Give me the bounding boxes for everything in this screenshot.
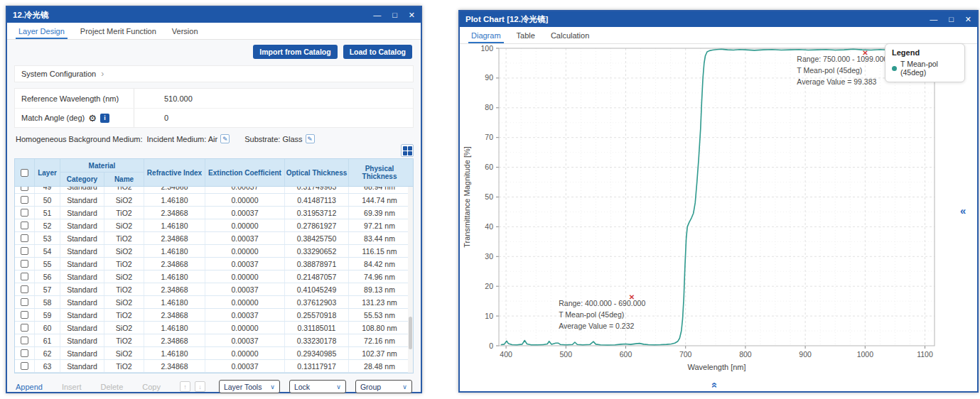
cell-name: SiO2 (104, 194, 144, 207)
edit-substrate-icon[interactable]: ✎ (306, 134, 315, 143)
table-row[interactable]: 61StandardTiO22.348680.000370.3323017872… (15, 334, 413, 347)
layer-table: Layer Material Category Name Refractive … (14, 158, 414, 373)
window-titlebar[interactable]: Plot Chart [12.冷光镜] — □ ✕ (460, 11, 977, 27)
cell-category: Standard (60, 270, 104, 283)
cell-layer: 51 (35, 207, 60, 219)
cell-layer: 59 (35, 309, 60, 322)
table-row[interactable]: 62StandardSiO21.461800.000000.2934098510… (15, 347, 413, 360)
cell-extinction-coefficient: 0.00037 (205, 283, 285, 296)
cell-extinction-coefficient: 0.00037 (205, 207, 285, 219)
move-up-icon[interactable]: ↑ (180, 381, 190, 392)
annotation-text: Range: 750.000 - 1099.000 (797, 55, 888, 63)
collapse-left-icon[interactable]: « (960, 204, 966, 217)
row-checkbox[interactable] (15, 258, 35, 270)
tab-table[interactable]: Table (511, 27, 541, 43)
row-checkbox[interactable] (15, 187, 35, 193)
catalog-button-row: Import from Catalog Load to Catalog (7, 40, 421, 62)
maximize-icon[interactable]: □ (949, 16, 954, 23)
chevron-right-icon: › (101, 69, 104, 79)
row-checkbox[interactable] (15, 219, 35, 232)
table-row[interactable]: 52StandardSiO21.461800.000000.2786192797… (15, 219, 413, 232)
insert-button[interactable]: Insert (62, 383, 82, 391)
row-checkbox[interactable] (15, 347, 35, 360)
edit-incident-medium-icon[interactable]: ✎ (220, 134, 230, 143)
row-checkbox[interactable] (15, 322, 35, 334)
select-all-checkbox[interactable] (15, 159, 35, 186)
cell-category: Standard (60, 207, 104, 219)
table-scrollbar-thumb[interactable] (409, 317, 412, 349)
copy-button[interactable]: Copy (142, 383, 161, 391)
row-checkbox[interactable] (15, 232, 35, 245)
load-to-catalog-button[interactable]: Load to Catalog (343, 45, 412, 59)
table-row[interactable]: 58StandardSiO21.461800.000000.3761290313… (15, 296, 413, 309)
close-icon[interactable]: ✕ (409, 11, 415, 19)
row-checkbox[interactable] (15, 245, 35, 258)
move-down-icon[interactable]: ↓ (195, 381, 205, 392)
cell-physical-thickness: 97.21 nm (349, 219, 410, 232)
info-icon[interactable]: i (100, 114, 109, 123)
system-configuration-header[interactable]: System Configuration › (14, 65, 414, 82)
cell-category: Standard (60, 296, 104, 309)
table-row[interactable]: 63StandardTiO22.348680.000370.1311791728… (15, 360, 413, 373)
chevron-down-icon: ∨ (402, 383, 407, 390)
cell-physical-thickness: 55.53 nm (349, 309, 410, 322)
header-physical-thickness: Physical Thickness (349, 159, 410, 186)
tab-diagram[interactable]: Diagram (465, 27, 507, 43)
legend-title: Legend (892, 48, 958, 57)
row-checkbox[interactable] (15, 334, 35, 347)
row-checkbox[interactable] (15, 309, 35, 322)
collapse-up-icon[interactable]: « (709, 382, 721, 388)
match-angle-value[interactable]: 0 (134, 114, 168, 122)
legend-item[interactable]: T Mean-pol (45deg) (892, 60, 958, 77)
parameters-panel: Reference Wavelength (nm) 510.000 Match … (14, 88, 414, 128)
match-angle-label: Match Angle (deg) (21, 114, 85, 122)
table-row[interactable]: 60StandardSiO21.461800.000000.3118501110… (15, 322, 413, 334)
cell-optical-thickness: 0.38878971 (285, 258, 349, 270)
table-row[interactable]: 53StandardTiO22.348680.000370.3842575083… (15, 232, 413, 245)
table-settings-grid-icon[interactable] (401, 144, 414, 157)
row-checkbox[interactable] (15, 270, 35, 283)
cell-physical-thickness: 108.80 nm (349, 322, 410, 334)
table-scrollbar[interactable] (408, 187, 413, 373)
table-row[interactable]: 59StandardTiO22.348680.000370.2557091855… (15, 309, 413, 322)
close-icon[interactable]: ✕ (965, 16, 971, 23)
table-row[interactable]: 49StandardTiO22.348680.000370.3174996368… (15, 187, 413, 194)
cell-physical-thickness: 102.37 nm (349, 347, 410, 360)
row-checkbox[interactable] (15, 207, 35, 219)
maximize-icon[interactable]: □ (392, 11, 397, 19)
row-checkbox[interactable] (15, 194, 35, 207)
table-row[interactable]: 50StandardSiO21.461800.000000.4148711314… (15, 194, 413, 207)
lock-dropdown[interactable]: Lock ∨ (289, 380, 346, 393)
row-checkbox[interactable] (15, 296, 35, 309)
reference-wavelength-value[interactable]: 510.000 (134, 94, 193, 103)
table-row[interactable]: 54StandardSiO21.461800.000000.3329065211… (15, 245, 413, 258)
row-checkbox[interactable] (15, 283, 35, 296)
svg-text:400: 400 (500, 350, 512, 359)
minimize-icon[interactable]: — (930, 16, 937, 23)
gear-icon[interactable]: ⚙ (88, 114, 97, 123)
tab-project-merit-function[interactable]: Project Merit Function (75, 23, 162, 39)
svg-text:Transmittance Magnitude [%]: Transmittance Magnitude [%] (463, 146, 471, 248)
layer-tools-dropdown[interactable]: Layer Tools ∨ (219, 380, 280, 393)
transmittance-chart[interactable]: 4005006007008009001000110001020304050607… (460, 44, 977, 378)
table-row[interactable]: 57StandardTiO22.348680.000370.4104524989… (15, 283, 413, 296)
group-dropdown[interactable]: Group ∨ (355, 380, 412, 393)
cell-category: Standard (60, 309, 104, 322)
table-row[interactable]: 56StandardSiO21.461800.000000.2148705774… (15, 270, 413, 283)
delete-button[interactable]: Delete (100, 383, 123, 391)
tab-layer-design[interactable]: Layer Design (13, 23, 70, 39)
cell-optical-thickness: 0.31749963 (285, 187, 349, 193)
tab-calculation[interactable]: Calculation (545, 27, 595, 43)
cell-category: Standard (60, 360, 104, 373)
import-from-catalog-button[interactable]: Import from Catalog (253, 45, 337, 59)
cell-name: SiO2 (104, 347, 144, 360)
window-title: 12.冷光镜 (13, 10, 49, 21)
tab-version[interactable]: Version (166, 23, 204, 39)
table-row[interactable]: 55StandardTiO22.348680.000370.3887897184… (15, 258, 413, 270)
table-row[interactable]: 51StandardTiO22.348680.000370.3195371269… (15, 207, 413, 219)
svg-text:1100: 1100 (917, 350, 933, 359)
window-titlebar[interactable]: 12.冷光镜 — □ ✕ (7, 7, 421, 23)
append-button[interactable]: Append (16, 383, 43, 391)
minimize-icon[interactable]: — (373, 11, 381, 19)
row-checkbox[interactable] (15, 360, 35, 373)
